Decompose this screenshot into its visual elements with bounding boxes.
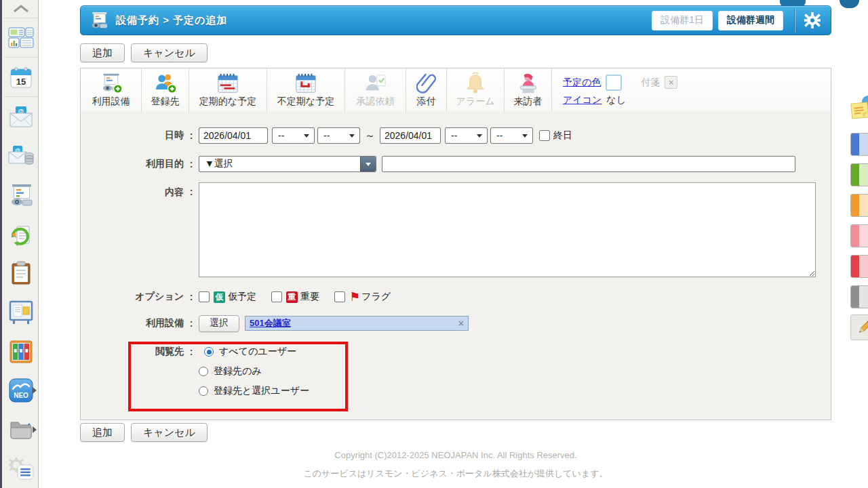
cancel-button-label: キャンセル <box>143 47 195 60</box>
calendar-icon: 15 <box>9 65 33 89</box>
end-hour-select[interactable]: -- <box>445 127 488 144</box>
sidebar-item-schedule[interactable]: 15 <box>4 58 37 97</box>
toolbar-attachment-button[interactable]: 添付 <box>406 68 447 112</box>
sidebar-item-portal[interactable] <box>4 18 37 58</box>
provisional-checkbox[interactable] <box>199 291 210 302</box>
edit-pencil-tool[interactable] <box>850 314 868 340</box>
swatch-fill <box>859 164 868 186</box>
sidebar-item-webmail[interactable]: @ <box>4 97 37 137</box>
color-swatch-pink[interactable] <box>850 224 868 247</box>
select-dropdown-button[interactable] <box>360 157 376 171</box>
top-nav-cutoff-icon <box>840 0 859 8</box>
bottom-action-bar: 追加 キャンセル <box>80 423 208 442</box>
sidebar-item-settings-menu[interactable] <box>4 449 37 488</box>
important-label: 重要 <box>300 291 319 303</box>
module-header: 設備予約 > 予定の追加 設備群1日 設備群週間 <box>80 5 831 35</box>
visibility-option-label: 登録先と選択ユーザー <box>214 385 309 397</box>
sticky-note-tool[interactable] <box>850 95 868 129</box>
view-button-facility-week[interactable]: 設備群週間 <box>718 11 783 30</box>
toolbar-alarm-button: アラーム <box>447 68 505 112</box>
toolbar-facility-button[interactable]: 利用設備 <box>81 68 142 112</box>
add-button[interactable]: 追加 <box>80 43 125 62</box>
select-value: -- <box>278 130 284 141</box>
toolbar-label: 承認依頼 <box>357 96 395 108</box>
allday-checkbox[interactable] <box>539 130 550 141</box>
sidebar-item-facility-reservation[interactable] <box>4 176 37 216</box>
toolbar-recipient-button[interactable]: 登録先 <box>142 68 189 112</box>
form-panel: 利用設備 登録先 定 <box>80 68 831 420</box>
sidebar-item-neo[interactable]: NEO <box>4 371 37 411</box>
view-button-facility-day[interactable]: 設備群1日 <box>652 11 713 30</box>
facility-reservation-icon <box>7 183 35 207</box>
select-value: -- <box>496 130 502 141</box>
swatch-fill <box>859 195 868 216</box>
facility-link[interactable]: 501会議室 <box>250 317 291 329</box>
swatch-fill <box>859 134 868 155</box>
sticky-note-clear-button: × <box>665 76 677 89</box>
toolbar-irregular-button[interactable]: 不定期な予定 <box>267 68 345 112</box>
color-swatch-green[interactable] <box>850 163 868 186</box>
swatch-fill <box>859 256 868 277</box>
sidebar-item-document-management[interactable] <box>4 332 37 371</box>
flag-checkbox[interactable] <box>334 291 345 302</box>
approval-request-icon <box>364 73 387 94</box>
visibility-row-1: 閲覧先 : すべてのユーザー <box>81 346 831 358</box>
label-colon: : <box>184 159 199 169</box>
icon-select-link[interactable]: アイコン <box>563 94 601 106</box>
content-textarea[interactable] <box>199 182 816 277</box>
purpose-select[interactable]: ▼選択 <box>199 156 376 172</box>
visibility-row-3: 登録先と選択ユーザー <box>199 385 309 397</box>
header-divider <box>794 8 795 33</box>
select-arrow-icon <box>366 163 371 166</box>
content-label: 内容 <box>81 186 184 199</box>
options-row: オプション : 仮 仮予定 重 重要 ⚑ フラグ <box>81 289 831 305</box>
cancel-button[interactable]: キャンセル <box>131 423 208 442</box>
color-swatch-gray[interactable] <box>850 285 868 308</box>
sidebar-item-circulation[interactable] <box>4 215 37 254</box>
visibility-radio-recipients-only[interactable] <box>199 367 208 376</box>
toolbar-label: 添付 <box>417 96 436 108</box>
purpose-label: 利用目的 <box>81 158 184 170</box>
start-hour-select[interactable]: -- <box>272 127 315 144</box>
toolbar-label: 利用設備 <box>92 96 130 108</box>
page-title: 設備予約 > 予定の追加 <box>116 14 227 27</box>
purpose-text-input[interactable] <box>382 156 795 172</box>
select-arrow-icon <box>304 134 309 138</box>
bookshelf-icon <box>9 340 33 364</box>
sidebar-item-mail-store[interactable]: @ <box>4 136 37 176</box>
cancel-button[interactable]: キャンセル <box>131 43 208 62</box>
end-date-input[interactable] <box>380 127 441 144</box>
start-date-input[interactable] <box>199 127 268 144</box>
color-swatch-blue[interactable] <box>850 133 868 156</box>
color-swatch-orange[interactable] <box>850 194 868 217</box>
visibility-radio-recipients-and-selected[interactable] <box>199 386 208 396</box>
color-swatch-red[interactable] <box>850 255 868 278</box>
datetime-label: 日時 <box>81 129 184 142</box>
schedule-color-link[interactable]: 予定の色 <box>563 77 601 89</box>
end-minute-select[interactable]: -- <box>490 127 533 144</box>
select-value: -- <box>451 130 457 141</box>
toolbar-extra-options: 予定の色 付箋 × アイコン なし <box>552 68 831 112</box>
toolbar-label: 登録先 <box>151 96 180 108</box>
form-area: 日時 : -- -- ～ -- -- <box>81 112 831 420</box>
facility-reservation-icon <box>89 11 109 30</box>
start-minute-select[interactable]: -- <box>317 127 360 144</box>
sidebar-item-todo[interactable] <box>4 253 37 293</box>
add-button[interactable]: 追加 <box>80 423 125 442</box>
toolbar-label: 不定期な予定 <box>277 96 334 108</box>
toolbar-recurring-button[interactable]: 定期的な予定 <box>189 68 267 112</box>
gear-icon <box>804 12 821 29</box>
swatch-fill <box>859 286 868 308</box>
facility-remove-icon[interactable]: × <box>458 318 464 329</box>
sidebar-item-cabinet[interactable] <box>4 410 37 450</box>
important-checkbox[interactable] <box>271 291 282 302</box>
copyright-text: Copyright (C)2012-2025 NEOJAPAN Inc. All… <box>80 450 831 460</box>
visibility-label: 閲覧先 <box>81 346 184 358</box>
sidebar-scroll-up[interactable] <box>4 0 37 18</box>
facility-select-button[interactable]: 選択 <box>199 315 239 332</box>
sidebar-item-bulletin-board[interactable] <box>4 293 37 333</box>
visibility-radio-all-users[interactable] <box>204 347 214 357</box>
schedule-color-swatch[interactable] <box>606 75 622 91</box>
settings-gear-button[interactable] <box>804 12 821 29</box>
toolbar-visitor-button[interactable]: 来訪者 <box>505 68 552 112</box>
